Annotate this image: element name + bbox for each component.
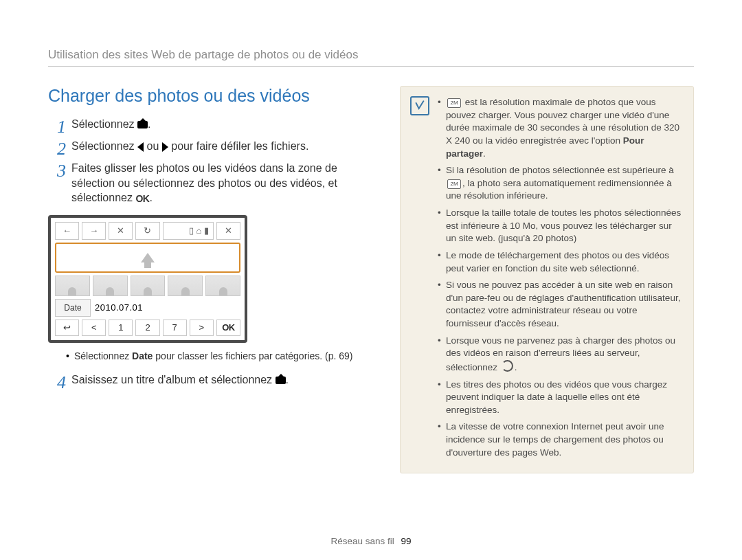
running-header: Utilisation des sites Web de partage de …	[48, 48, 694, 67]
step-2-text-a: Sélectionnez	[71, 140, 135, 152]
subnote-c: pour classer les fichiers par catégories…	[155, 350, 352, 361]
subnote-a: Sélectionnez	[74, 350, 129, 361]
step-number: 1	[48, 117, 66, 136]
right-column: 2M est la résolution maximale de photos …	[400, 86, 694, 473]
upload-icon	[137, 121, 148, 128]
step-2-text-b: ou	[147, 140, 159, 152]
thumbnail	[131, 276, 166, 296]
ok-icon: OK	[135, 192, 149, 205]
screen-status-area: ▯ ⌂ ▮	[163, 222, 214, 240]
screen-page: 7	[163, 320, 187, 336]
refresh-icon	[502, 360, 513, 372]
screen-prev-icon: <	[82, 320, 106, 336]
thumbnail	[168, 276, 203, 296]
date-value: 2010.07.01	[95, 302, 143, 313]
resolution-2m-icon: 2M	[447, 179, 461, 189]
subnote-b: Date	[132, 350, 153, 361]
note-6b: .	[515, 362, 517, 372]
note-6a: Lorsque vous ne parvenez pas à charger d…	[446, 335, 675, 372]
note-2a: Si la résolution de photos sélectionnée …	[446, 165, 674, 175]
screen-page: 2	[135, 320, 159, 336]
step-2-text-c: pour faire défiler les fichiers.	[171, 140, 308, 152]
note-item: Si la résolution de photos sélectionnée …	[438, 164, 682, 203]
upload-arrow-icon	[141, 253, 155, 262]
screen-top-row: ← → ✕ ↻ ▯ ⌂ ▮ ✕	[55, 222, 240, 240]
thumbnail	[93, 276, 128, 296]
sub-instruction-list: Sélectionnez Date pour classer les fichi…	[48, 350, 371, 363]
step-2: 2 Sélectionnez ou pour faire défiler les…	[48, 139, 371, 158]
screen-exit-icon: ✕	[216, 222, 240, 240]
step-1: 1 Sélectionnez .	[48, 117, 371, 136]
screen-date-row: Date 2010.07.01	[55, 299, 240, 317]
note-box: 2M est la résolution maximale de photos …	[400, 86, 694, 473]
step-4-text: Saisissez un titre d'album et sélectionn…	[71, 374, 272, 385]
step-number: 3	[48, 161, 66, 205]
thumbnail	[55, 276, 90, 296]
note-item: La vitesse de votre connexion Internet p…	[438, 421, 682, 459]
upload-icon	[276, 377, 286, 384]
note-item: Lorsque la taille totale de toutes les p…	[438, 207, 682, 245]
date-button: Date	[55, 299, 91, 317]
screen-forward-icon: →	[82, 222, 106, 240]
note-item: Les titres des photos ou des vidéos que …	[438, 379, 682, 417]
screen-back-icon: ←	[55, 222, 79, 240]
note-item: Si vous ne pouvez pas accéder à un site …	[438, 279, 682, 331]
step-number: 4	[48, 372, 66, 392]
footer-page-number: 99	[401, 536, 412, 546]
step-3: 3 Faites glisser les photos ou les vidéo…	[48, 161, 371, 205]
left-column: Charger des photos ou des vidéos 1 Sélec…	[48, 86, 371, 473]
note-2b: , la photo sera automatiquement redimens…	[446, 178, 672, 201]
screen-drop-area	[55, 243, 240, 273]
screen-next-icon: >	[190, 320, 214, 336]
footer-section: Réseau sans fil	[330, 536, 394, 546]
note-item: Lorsque vous ne parvenez pas à charger d…	[438, 335, 682, 374]
page-footer: Réseau sans fil 99	[0, 536, 742, 546]
screen-nav-row: ↩ < 1 2 7 > OK	[55, 320, 240, 336]
screen-ok-button: OK	[216, 320, 240, 336]
sub-instruction: Sélectionnez Date pour classer les fichi…	[66, 350, 371, 363]
step-4: 4 Saisissez un titre d'album et sélectio…	[48, 372, 371, 392]
screen-return-icon: ↩	[55, 320, 79, 336]
thumbnail	[205, 276, 240, 296]
screen-thumbnail-row	[55, 276, 240, 296]
arrow-right-icon	[162, 142, 168, 152]
screen-close-icon: ✕	[109, 222, 133, 240]
step-1-text: Sélectionnez	[71, 118, 135, 130]
step-number: 2	[48, 139, 66, 158]
section-title: Charger des photos ou des vidéos	[48, 86, 371, 106]
camera-screen-illustration: ← → ✕ ↻ ▯ ⌂ ▮ ✕ Date 2010.07.01	[48, 215, 247, 343]
note-1c: .	[483, 148, 486, 159]
arrow-left-icon	[137, 142, 144, 152]
step-3-text: Faites glisser les photos ou les vidéos …	[71, 162, 337, 203]
note-item: 2M est la résolution maximale de photos …	[438, 96, 682, 160]
note-info-icon	[410, 96, 429, 115]
resolution-2m-icon: 2M	[447, 98, 461, 108]
screen-page: 1	[109, 320, 133, 336]
content-columns: Charger des photos ou des vidéos 1 Sélec…	[48, 86, 694, 473]
note-item: Le mode de téléchargement des photos ou …	[438, 249, 682, 275]
screen-refresh-icon: ↻	[135, 222, 159, 240]
